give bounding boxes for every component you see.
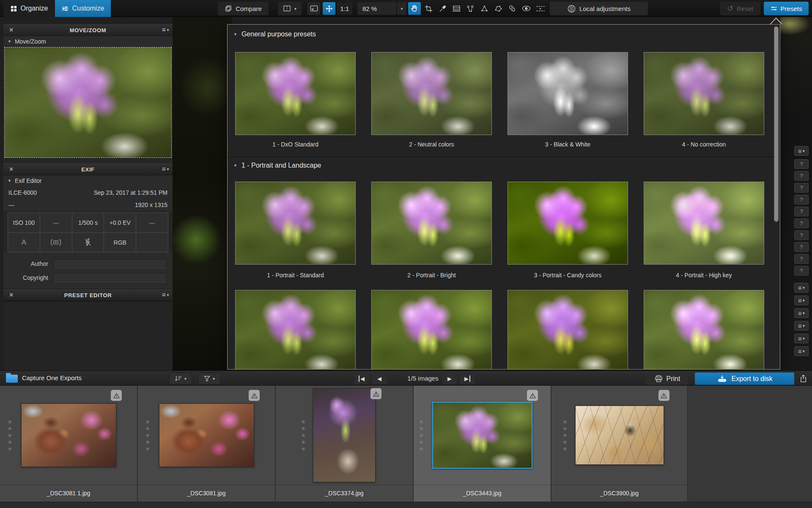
help-button[interactable]: ? [794, 195, 809, 204]
star-rating[interactable]: ★★★★★ [562, 418, 568, 452]
local-adjustments-button[interactable]: Local adjustments [550, 2, 648, 15]
thumbnail[interactable] [159, 403, 254, 467]
thumbnail[interactable] [432, 402, 532, 469]
zoom-level-chevron[interactable]: ▾ [397, 2, 406, 15]
filmstrip-cell-selected[interactable]: ★★★★★ _DSC3443.jpg [414, 386, 551, 502]
upload-warning-icon[interactable] [370, 388, 381, 399]
preset-card-black-white[interactable] [508, 52, 628, 135]
exif-editor-section-header[interactable]: ▼ Exif Editor [3, 175, 173, 186]
move-zoom-section-header[interactable]: ▼ Move/Zoom [3, 36, 173, 47]
filmstrip-cell[interactable]: ★★★★★ _DSC3081 1.jpg [0, 386, 137, 502]
close-icon[interactable]: × [8, 291, 15, 299]
help-button[interactable]: ? [794, 242, 809, 252]
export-to-disk-button[interactable]: Export to disk [695, 373, 794, 385]
close-icon[interactable]: × [8, 26, 15, 34]
tab-organize[interactable]: Organize [3, 0, 55, 17]
preset-card[interactable] [371, 290, 492, 370]
reset-button[interactable]: ↺ Reset [720, 2, 760, 15]
next-image-button[interactable]: ▶ [442, 373, 457, 384]
thumbnail[interactable] [313, 388, 376, 482]
star-rating[interactable]: ★★★★★ [419, 418, 424, 452]
control-points-tool-button[interactable] [464, 2, 477, 15]
star-rating[interactable]: ★★★★★ [145, 418, 151, 452]
star-rating[interactable]: ★★★★★ [7, 418, 13, 452]
preset-card-portrait-bright[interactable] [371, 182, 492, 265]
lasso-mask-tool-button[interactable] [492, 2, 505, 15]
preset-card-no-correction[interactable] [644, 52, 764, 135]
filmstrip-cell[interactable]: ★★★★★ _DSC3081.jpg [138, 386, 275, 502]
help-button[interactable]: ? [794, 171, 809, 181]
panel-menu-icon[interactable]: ≡▾ [162, 27, 169, 33]
thumbnail[interactable] [575, 406, 664, 465]
panel-menu-icon[interactable]: ≡▾ [162, 166, 169, 172]
preset-card-neutral-colors[interactable] [371, 52, 492, 135]
image-canvas-left[interactable] [173, 17, 232, 370]
palette-menu-button[interactable]: ≡▾ [794, 146, 809, 156]
author-field[interactable] [53, 259, 167, 268]
preset-card[interactable] [235, 290, 356, 370]
palette-menu-button[interactable]: ≡▾ [794, 283, 809, 293]
preset-card[interactable] [644, 290, 764, 370]
workspace: R:118 G:123 B:8 × MOVE/ZOOM ≡▾ ▼ Move/Zo… [0, 17, 812, 370]
move-tool-button[interactable] [323, 2, 335, 15]
thumbnail[interactable] [21, 403, 116, 467]
help-button[interactable]: ? [794, 266, 809, 276]
filter-button[interactable]: ▾ [198, 373, 221, 384]
share-button[interactable] [797, 373, 809, 385]
sort-button[interactable]: ▾ [169, 373, 192, 384]
horizon-tool-button[interactable] [450, 2, 463, 15]
preset-card-portrait-standard[interactable] [235, 182, 356, 265]
fit-screen-button[interactable] [307, 2, 320, 15]
first-image-button[interactable]: ◀ [354, 373, 369, 384]
split-view-button[interactable]: ▾ [278, 2, 302, 15]
preset-section-header-general[interactable]: ▼ General purpose presets [228, 28, 780, 41]
preset-card-dxo-standard[interactable] [235, 52, 356, 135]
exif-iso: ISO 100 [8, 213, 40, 232]
preset-card-portrait-candy-colors[interactable] [508, 182, 628, 265]
star-rating[interactable]: ★★★★★ [301, 418, 306, 452]
help-button[interactable]: ? [794, 207, 809, 216]
repair-tool-button[interactable] [506, 2, 518, 15]
filmstrip-cell[interactable]: ★★★★★ _DSC3900.jpg [551, 386, 688, 502]
sort-icon [175, 375, 182, 381]
tab-customize[interactable]: Customize [55, 0, 111, 17]
red-eye-tool-button[interactable] [520, 2, 532, 15]
upload-warning-icon[interactable] [111, 390, 122, 401]
upload-warning-icon[interactable] [249, 390, 260, 401]
prev-image-button[interactable]: ◀ [372, 373, 387, 384]
polygon-mask-tool-button[interactable] [478, 2, 491, 15]
repair-tool-icon [508, 4, 516, 13]
print-button[interactable]: Print [646, 373, 689, 385]
copyright-field[interactable] [53, 273, 167, 282]
presets-button[interactable]: Presets [764, 2, 809, 15]
palette-menu-button[interactable]: ≡▾ [794, 334, 809, 343]
close-icon[interactable]: × [8, 166, 15, 173]
panel-menu-icon[interactable]: ≡▾ [162, 292, 169, 298]
crop-tool-button[interactable] [422, 2, 435, 15]
help-button[interactable]: ? [794, 230, 809, 240]
upload-warning-icon[interactable] [658, 390, 669, 401]
preset-section-header-portrait-landscape[interactable]: ▼ 1 - Portrait and Landscape [228, 159, 780, 172]
hand-tool-button[interactable] [408, 2, 421, 15]
last-image-button[interactable]: ▶ [460, 373, 475, 384]
help-button[interactable]: ? [794, 183, 809, 193]
help-button[interactable]: ? [794, 218, 809, 228]
compare-button[interactable]: Compare [218, 2, 269, 15]
preset-card[interactable] [508, 290, 628, 370]
eyedropper-tool-button[interactable] [436, 2, 449, 15]
palette-menu-button[interactable]: ≡▾ [794, 346, 809, 356]
upload-warning-icon[interactable] [527, 390, 538, 401]
filmstrip-cell[interactable]: ★★★★★ _DSC3374.jpg [276, 386, 413, 502]
palette-menu-button[interactable]: ≡▾ [794, 308, 809, 318]
one-to-one-button[interactable]: 1:1 [337, 2, 352, 15]
zoom-level-select[interactable]: 82 % [357, 2, 396, 15]
preset-card-portrait-high-key[interactable] [644, 182, 764, 265]
help-button[interactable]: ? [794, 159, 809, 169]
palette-menu-button[interactable]: ≡▾ [794, 321, 809, 331]
grid-overlay-tool-button[interactable] [534, 2, 546, 15]
palette-menu-button[interactable]: ≡▾ [794, 295, 809, 305]
help-button[interactable]: ? [794, 254, 809, 264]
move-zoom-preview[interactable] [4, 47, 172, 158]
exif-colorspace: RGB [104, 233, 136, 252]
popover-scrollbar-thumb[interactable] [774, 26, 779, 222]
